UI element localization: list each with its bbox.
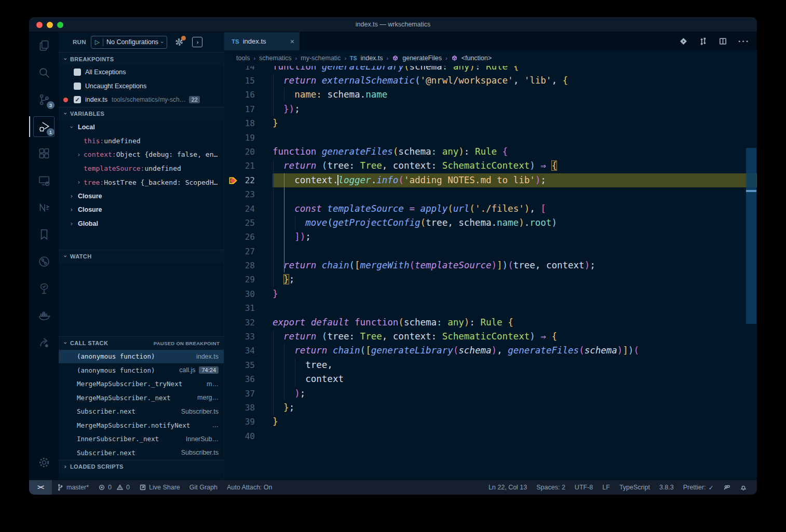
code-line[interactable]: 24 const templateSource = apply(url('./f… (224, 202, 757, 216)
tab-index-ts[interactable]: TS index.ts × (224, 32, 300, 50)
search-icon[interactable] (29, 59, 59, 86)
breadcrumb-item[interactable]: tools (236, 54, 250, 62)
code-line[interactable]: 14function generateLibrary(schema: any):… (224, 66, 757, 74)
launch-config-dropdown[interactable]: ▷ No Configurations › (91, 36, 168, 49)
remote-explorer-icon[interactable] (29, 167, 59, 194)
source-control-icon[interactable]: 3 (29, 86, 59, 113)
split-editor-icon[interactable] (719, 37, 727, 46)
breakpoint-row[interactable]: All Exceptions (59, 65, 224, 79)
call-stack-frame[interactable]: MergeMapSubscriber.notifyNext… (59, 418, 224, 432)
encoding-item[interactable]: UTF-8 (575, 484, 593, 491)
docker-icon[interactable] (29, 302, 59, 329)
code-line[interactable]: 17 }); (224, 102, 757, 116)
scrollbar-thumb[interactable] (746, 148, 756, 324)
code-line[interactable]: 23 (224, 187, 757, 201)
code-line[interactable]: 37 ); (224, 387, 757, 401)
call-stack-frame[interactable]: (anonymous function)call.js74:24 (59, 363, 224, 377)
variable-row[interactable]: ›context: Object {debug: false, en… (59, 148, 224, 162)
watch-section-header[interactable]: › WATCH (59, 250, 224, 263)
code-line[interactable]: 21 return (tree: Tree, context: Schemati… (224, 159, 757, 173)
variable-scope-row[interactable]: ›Local (59, 120, 224, 134)
code-line[interactable]: 38 }; (224, 401, 757, 415)
code-line[interactable]: 40 (224, 429, 757, 443)
language-mode-item[interactable]: TypeScript (619, 484, 650, 491)
code-line[interactable]: 34 return chain([generateLibrary(schema)… (224, 344, 757, 358)
code-line[interactable]: 20function generateFiles(schema: any): R… (224, 145, 757, 159)
code-line[interactable]: 25 move(getProjectConfig(tree, schema.na… (224, 216, 757, 230)
code-line[interactable]: 39} (224, 415, 757, 429)
indentation-item[interactable]: Spaces: 2 (536, 484, 565, 491)
code-line[interactable]: 27 (224, 244, 757, 258)
git-branch-item[interactable]: master* (57, 484, 89, 491)
gitlens-compare-icon[interactable] (679, 37, 688, 46)
code-line[interactable]: 18} (224, 116, 757, 130)
call-stack-frame[interactable]: MergeMapSubscriber._tryNextm… (59, 377, 224, 391)
prettier-item[interactable]: Prettier: ✓ (683, 484, 714, 492)
remote-indicator[interactable]: >< (29, 480, 52, 495)
breadcrumb-item[interactable]: schematics (259, 54, 292, 62)
variable-scope-row[interactable]: ›Closure (59, 203, 224, 217)
breadcrumb-item[interactable]: <function> (462, 54, 492, 62)
tab-close-icon[interactable]: × (290, 37, 294, 46)
code-line[interactable]: 15 return externalSchematic('@nrwl/works… (224, 74, 757, 88)
breadcrumb-item[interactable]: index.ts (360, 54, 383, 62)
feedback-icon[interactable] (723, 484, 730, 491)
code-line[interactable]: 29 }; (224, 272, 757, 287)
breakpoint-row[interactable]: ✓index.tstools/schematics/my-sch…22 (59, 93, 224, 107)
code-line[interactable]: 26 ]); (224, 230, 757, 244)
breakpoint-checkbox[interactable] (74, 69, 81, 76)
test-explorer-icon[interactable] (29, 275, 59, 302)
breadcrumb-item[interactable]: generateFiles (402, 54, 442, 62)
code-line[interactable]: 30} (224, 287, 757, 301)
breakpoint-checkbox[interactable] (74, 83, 81, 90)
code-line[interactable]: 36 context (224, 372, 757, 386)
notifications-bell-icon[interactable] (740, 484, 747, 491)
git-graph-item[interactable]: Git Graph (189, 484, 218, 491)
breakpoint-checkbox[interactable]: ✓ (74, 96, 81, 103)
auto-attach-item[interactable]: Auto Attach: On (227, 484, 273, 491)
live-share-item[interactable]: Live Share (139, 484, 180, 491)
settings-gear-icon[interactable] (29, 449, 59, 476)
code-line[interactable]: 19 (224, 131, 757, 145)
breakpoint-row[interactable]: Uncaught Exceptions (59, 79, 224, 93)
call-stack-frame[interactable]: (anonymous function)index.ts (59, 350, 224, 364)
switch-changes-icon[interactable] (699, 37, 708, 46)
call-stack-frame[interactable]: InnerSubscriber._nextInnerSub… (59, 432, 224, 446)
gitlens-icon[interactable] (29, 248, 59, 275)
code-viewport[interactable]: 14function generateLibrary(schema: any):… (224, 66, 757, 480)
cursor-position-item[interactable]: Ln 22, Col 13 (489, 484, 527, 491)
explorer-icon[interactable] (29, 32, 59, 59)
configure-gear-icon[interactable] (174, 37, 184, 47)
variable-row[interactable]: templateSource: undefined (59, 161, 224, 175)
breakpoints-section-header[interactable]: › BREAKPOINTS (59, 52, 224, 65)
ts-version-item[interactable]: 3.8.3 (659, 484, 674, 491)
variable-row[interactable]: this: undefined (59, 134, 224, 148)
code-line[interactable]: 28 return chain([mergeWith(templateSourc… (224, 258, 757, 272)
call-stack-section-header[interactable]: › CALL STACK PAUSED ON BREAKPOINT (59, 336, 224, 350)
code-line[interactable]: 33 return (tree: Tree, context: Schemati… (224, 330, 757, 344)
debug-console-icon[interactable]: › (192, 37, 202, 47)
variable-scope-row[interactable]: ›Global (59, 217, 224, 231)
live-share-icon[interactable] (29, 329, 59, 356)
variables-section-header[interactable]: › VARIABLES (59, 107, 224, 120)
variable-row[interactable]: ›tree: HostTree {_backend: ScopedH… (59, 175, 224, 189)
eol-item[interactable]: LF (602, 484, 610, 491)
editor-scrollbar[interactable] (746, 66, 757, 480)
extensions-icon[interactable] (29, 140, 59, 167)
code-line[interactable]: 35 tree, (224, 358, 757, 372)
start-debug-icon[interactable]: ▷ (95, 38, 100, 46)
nx-console-icon[interactable] (29, 194, 59, 221)
bookmarks-icon[interactable] (29, 221, 59, 248)
call-stack-frame[interactable]: Subscriber.nextSubscriber.ts (59, 405, 224, 419)
code-line[interactable]: 22 context.logger.info('adding NOTES.md … (224, 173, 757, 187)
breadcrumb-item[interactable]: my-schematic (301, 54, 341, 62)
loaded-scripts-section-header[interactable]: › LOADED SCRIPTS (59, 460, 224, 473)
code-line[interactable]: 31 (224, 301, 757, 315)
variable-scope-row[interactable]: ›Closure (59, 189, 224, 203)
code-line[interactable]: 32export default function(schema: any): … (224, 316, 757, 330)
more-actions-icon[interactable]: ··· (738, 37, 750, 46)
call-stack-frame[interactable]: MergeMapSubscriber._nextmerg… (59, 391, 224, 405)
run-debug-icon[interactable]: 1 (29, 113, 59, 140)
problems-item[interactable]: 0 0 (98, 484, 130, 491)
call-stack-frame[interactable]: Subscriber.nextSubscriber.ts (59, 446, 224, 460)
